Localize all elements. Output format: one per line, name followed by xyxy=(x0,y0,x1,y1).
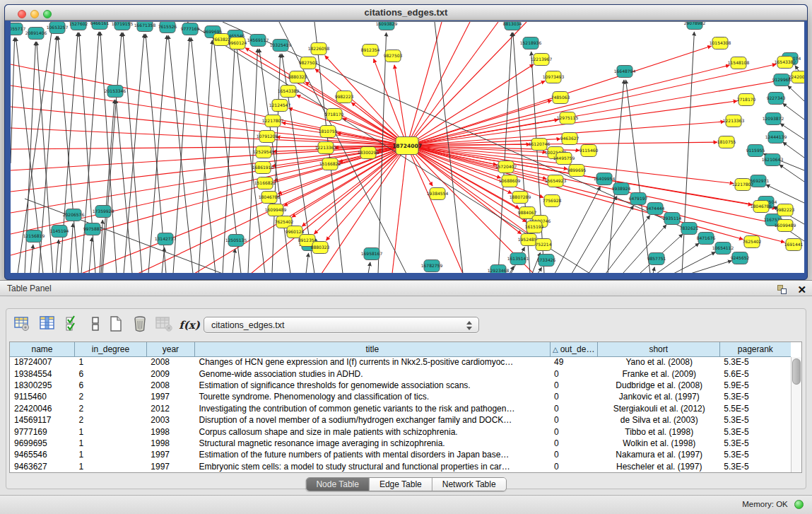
cell-out_degree[interactable]: 49 xyxy=(550,356,597,368)
cell-pagerank[interactable]: 5.3E-5 xyxy=(719,461,791,472)
cell-pagerank[interactable]: 5.3E-5 xyxy=(719,426,791,437)
show-columns-button[interactable] xyxy=(37,315,58,335)
graph-node[interactable]: 18046786 xyxy=(751,201,772,213)
graph-node[interactable]: 9245652 xyxy=(731,252,750,264)
graph-node[interactable]: 16543382 xyxy=(775,57,796,69)
cell-short[interactable]: Nakamura et al. (1997) xyxy=(597,449,719,460)
graph-node[interactable]: 1810755 xyxy=(319,126,338,138)
graph-node[interactable]: 12505135 xyxy=(225,235,247,247)
graph-node[interactable]: 8813034 xyxy=(503,22,522,30)
cell-year[interactable]: 2009 xyxy=(146,368,194,379)
graph-node[interactable]: 16099489 xyxy=(265,204,287,216)
graph-node[interactable]: 20153346 xyxy=(105,86,126,98)
new-column-button[interactable] xyxy=(105,315,126,335)
table-row[interactable]: 977716911998Corpus callosum shape and si… xyxy=(10,426,791,437)
column-header-short[interactable]: short xyxy=(597,342,719,356)
cell-title[interactable]: Investigating the contribution of common… xyxy=(194,403,550,414)
graph-node[interactable]: 13142737 xyxy=(155,233,177,245)
cell-in_degree[interactable]: 1 xyxy=(75,438,147,449)
cell-out_degree[interactable]: 0 xyxy=(550,380,597,391)
cell-short[interactable]: Stergiakouli et al. (2012) xyxy=(597,403,719,414)
network-graph[interactable]: 1405571720891406106532571527602646616110… xyxy=(11,22,804,273)
column-header-title[interactable]: title xyxy=(194,342,550,356)
graph-node[interactable]: 8880323 xyxy=(311,242,330,254)
graph-node[interactable]: 7832621 xyxy=(680,223,699,235)
select-columns-button[interactable] xyxy=(62,315,83,335)
graph-node[interactable]: 9857751 xyxy=(647,253,666,265)
cell-in_degree[interactable]: 1 xyxy=(75,449,147,460)
cell-name[interactable]: 9465546 xyxy=(10,449,75,460)
graph-node[interactable]: 10688609 xyxy=(499,175,521,187)
graph-node[interactable]: 16135141 xyxy=(507,253,529,265)
graph-node[interactable]: 29078982 xyxy=(684,22,706,30)
graph-node[interactable]: 9982223 xyxy=(335,91,354,103)
cell-pagerank[interactable]: 5.3E-5 xyxy=(719,391,791,402)
cell-name[interactable]: 9115460 xyxy=(10,391,75,402)
cell-title[interactable]: Genome-wide association studies in ADHD. xyxy=(194,368,550,379)
graph-node[interactable]: 2718170 xyxy=(325,109,344,121)
column-header-pagerank[interactable]: pagerank xyxy=(719,342,791,356)
cell-name[interactable]: 19384554 xyxy=(10,368,75,379)
graph-node[interactable]: 9827503 xyxy=(384,50,403,62)
graph-node[interactable]: 16782759 xyxy=(421,260,443,272)
graph-node[interactable]: 2935114 xyxy=(663,213,682,225)
graph-node[interactable]: 16958167 xyxy=(361,248,383,260)
cell-name[interactable]: 22420046 xyxy=(10,403,75,414)
cell-pagerank[interactable]: 5.3E-5 xyxy=(719,438,791,449)
graph-node[interactable]: 7485063 xyxy=(551,92,570,104)
cell-in_degree[interactable]: 2 xyxy=(75,391,147,402)
graph-node[interactable]: 14569117 xyxy=(247,35,269,47)
column-header-in_degree[interactable]: in_degree xyxy=(75,342,147,356)
cell-out_degree[interactable]: 0 xyxy=(550,438,597,449)
cell-short[interactable]: Wolkin et al. (1998) xyxy=(597,438,719,449)
graph-node[interactable]: 16648794 xyxy=(614,66,636,78)
cell-year[interactable]: 2008 xyxy=(146,380,194,391)
cell-short[interactable]: Dudbridge et al. (2008) xyxy=(597,380,719,391)
delete-column-button[interactable] xyxy=(129,315,151,335)
table-row[interactable]: 911546021997Tourette syndrome. Phenomeno… xyxy=(10,391,791,402)
graph-node[interactable]: 9960124 xyxy=(228,37,247,49)
table-row[interactable]: 946554611997Estimation of the future num… xyxy=(10,449,791,460)
cell-pagerank[interactable]: 5.3E-5 xyxy=(719,414,791,426)
graph-node[interactable]: 12213363 xyxy=(315,142,337,154)
column-header-year[interactable]: year xyxy=(146,342,194,356)
tab-network-table[interactable]: Network Table xyxy=(433,478,506,491)
function-builder-button[interactable]: f(x) xyxy=(179,315,200,335)
graph-node[interactable]: 1691441 xyxy=(784,239,804,251)
cell-pagerank[interactable]: 5.3E-5 xyxy=(719,356,791,368)
cell-name[interactable]: 14569117 xyxy=(10,414,75,426)
cell-short[interactable]: Franke et al. (2009) xyxy=(597,368,719,379)
close-icon[interactable]: ✕ xyxy=(797,284,806,295)
cell-in_degree[interactable]: 2 xyxy=(75,403,147,414)
cell-short[interactable]: Jankovic et al. (1997) xyxy=(597,391,719,402)
table-row[interactable]: 1872400712008Changes of HCN gene express… xyxy=(10,356,791,368)
cell-in_degree[interactable]: 1 xyxy=(75,426,147,437)
graph-node[interactable]: 6479197 xyxy=(629,193,648,205)
graph-node[interactable]: 18046786 xyxy=(259,192,281,204)
graph-node[interactable]: 12093872 xyxy=(763,113,784,125)
cell-year[interactable]: 2003 xyxy=(146,414,194,426)
graph-node[interactable]: 12124547 xyxy=(269,100,291,112)
float-window-icon[interactable] xyxy=(777,284,787,295)
graph-node[interactable]: 16543382 xyxy=(278,86,300,98)
graph-node[interactable]: 8880323 xyxy=(288,71,307,83)
graph-node[interactable]: 18300295 xyxy=(358,147,379,159)
cell-title[interactable]: Structural magnetic resonance image aver… xyxy=(194,438,550,449)
graph-node[interactable]: 10791208 xyxy=(257,131,278,143)
cell-year[interactable]: 1998 xyxy=(146,438,194,449)
cell-out_degree[interactable]: 0 xyxy=(550,426,597,437)
graph-node[interactable]: 15166822 xyxy=(254,177,276,189)
cell-short[interactable]: Yano et al. (2008) xyxy=(597,356,719,368)
graph-node[interactable]: 9115460 xyxy=(579,145,599,157)
cell-year[interactable]: 1998 xyxy=(146,426,194,437)
tab-node-table[interactable]: Node Table xyxy=(306,478,370,491)
table-row[interactable]: 1456911722003Disruption of a novel membe… xyxy=(10,414,791,426)
graph-node[interactable]: 10653257 xyxy=(47,22,69,34)
graph-node[interactable]: 2718170 xyxy=(737,94,756,106)
graph-node[interactable]: 1145194 xyxy=(50,226,69,238)
graph-node[interactable]: 9827503 xyxy=(299,57,318,69)
graph-node[interactable]: 15654923 xyxy=(545,175,567,187)
graph-node[interactable]: 1733426 xyxy=(537,255,556,267)
graph-node[interactable]: 12975115 xyxy=(557,112,579,124)
cell-title[interactable]: Tourette syndrome. Phenomenology and cla… xyxy=(194,391,550,402)
